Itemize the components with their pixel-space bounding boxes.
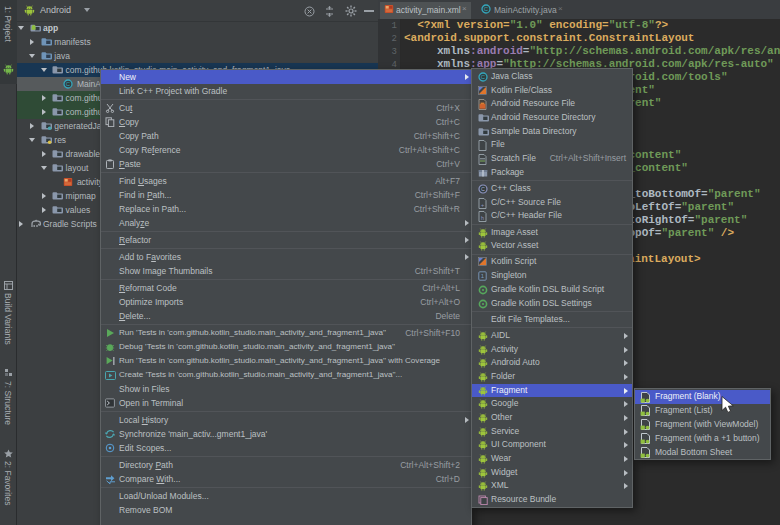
svg-text:C: C (484, 6, 489, 12)
svg-text:C: C (66, 81, 71, 87)
svg-text:C: C (481, 186, 485, 192)
svg-text:h: h (481, 215, 484, 221)
svg-text:C: C (481, 74, 486, 80)
svg-text:+: + (481, 201, 484, 207)
